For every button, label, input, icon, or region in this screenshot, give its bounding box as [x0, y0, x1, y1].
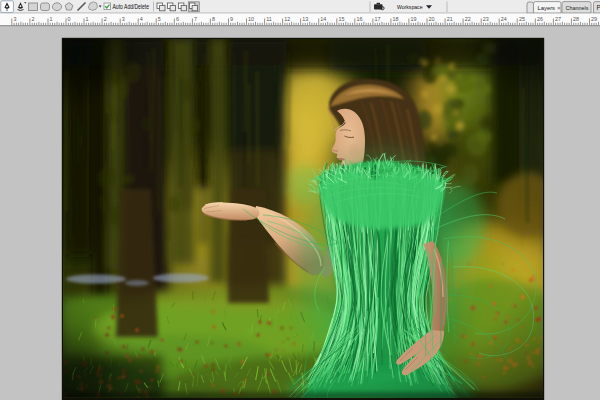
svg-text:20: 20 [429, 16, 435, 22]
svg-text:Auto Add/Delete: Auto Add/Delete [113, 3, 150, 10]
svg-text:8: 8 [212, 16, 215, 22]
svg-text:2: 2 [32, 16, 35, 22]
svg-text:15: 15 [338, 16, 344, 22]
svg-text:10: 10 [248, 16, 254, 22]
svg-text:Workspace: Workspace [397, 3, 423, 10]
svg-text:12: 12 [284, 16, 290, 22]
svg-text:23: 23 [483, 16, 489, 22]
svg-text:5: 5 [158, 16, 161, 22]
svg-text:16: 16 [356, 16, 362, 22]
svg-text:0: 0 [68, 16, 71, 22]
svg-text:13: 13 [302, 16, 308, 22]
svg-text:18: 18 [393, 16, 399, 22]
svg-text:1: 1 [86, 16, 89, 22]
svg-text:2: 2 [104, 16, 107, 22]
svg-text:25: 25 [519, 16, 525, 22]
svg-text:6: 6 [176, 16, 179, 22]
svg-text:26: 26 [537, 16, 543, 22]
svg-text:21: 21 [447, 16, 453, 22]
svg-text:24: 24 [501, 16, 507, 22]
svg-text:3: 3 [13, 16, 16, 22]
svg-text:Layers: Layers [538, 4, 556, 11]
svg-text:19: 19 [411, 16, 417, 22]
svg-text:14: 14 [320, 16, 326, 22]
svg-text:11: 11 [266, 16, 272, 22]
svg-text:28: 28 [573, 16, 579, 22]
svg-text:Channels: Channels [566, 4, 589, 11]
svg-text:4: 4 [140, 16, 143, 22]
svg-text:17: 17 [375, 16, 381, 22]
svg-text:1: 1 [50, 16, 53, 22]
svg-text:29: 29 [591, 16, 597, 22]
svg-text:9: 9 [230, 16, 233, 22]
svg-text:22: 22 [465, 16, 471, 22]
svg-text:27: 27 [555, 16, 561, 22]
svg-text:×: × [557, 4, 561, 11]
svg-text:3: 3 [122, 16, 125, 22]
svg-text:7: 7 [194, 16, 197, 22]
svg-text:P: P [597, 4, 600, 11]
